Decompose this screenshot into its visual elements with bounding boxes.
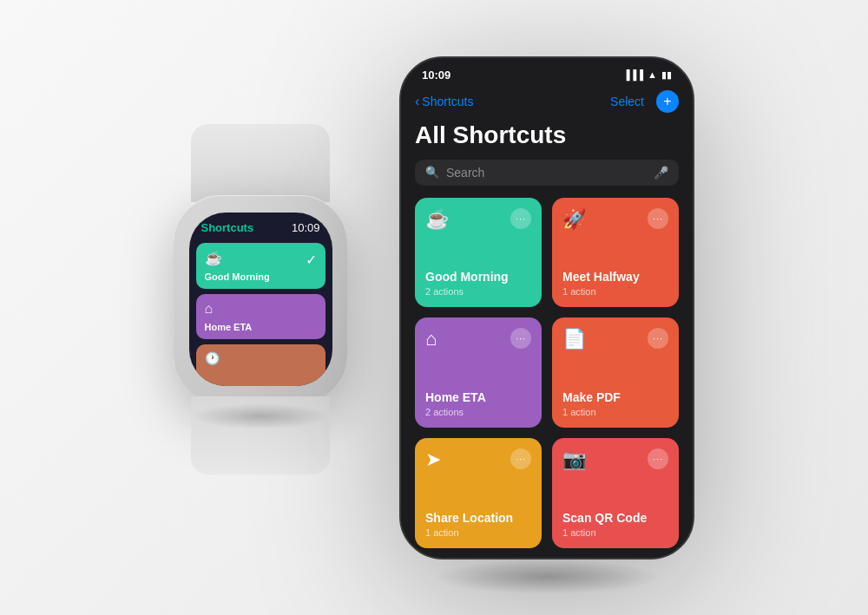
search-icon: 🔍 [425, 166, 439, 179]
card-bottom: Scan QR Code 1 action [562, 511, 668, 538]
card-top: 📷 ··· [562, 448, 668, 471]
shortcuts-grid: ☕ ··· Good Morning 2 actions 🚀 ··· [401, 198, 693, 548]
card-top: 🚀 ··· [562, 208, 668, 231]
card-top: ☕ ··· [425, 208, 531, 231]
apple-watch: Shortcuts 10:09 ☕ Good Morning ✓ [174, 195, 347, 403]
iphone-wrapper: 10:09 ▐▐▐ ▲ ▮▮ ‹ Shortcuts Select [399, 56, 694, 559]
shortcut-name-meet-halfway: Meet Halfway [562, 270, 668, 285]
card-top: 📄 ··· [562, 328, 668, 350]
shortcut-card-share-location[interactable]: ➤ ··· Share Location 1 action [415, 438, 542, 548]
card-top: ➤ ··· [425, 448, 531, 471]
nav-back-button[interactable]: ‹ Shortcuts [415, 94, 473, 109]
home-icon: ⌂ [205, 301, 253, 317]
coffee-card-icon: ☕ [425, 208, 449, 231]
camera-card-icon: 📷 [562, 448, 586, 471]
watch-list: ☕ Good Morning ✓ ⌂ Home ETA � [189, 239, 332, 386]
iphone-shadow [434, 559, 660, 594]
watch-time: 10:09 [292, 221, 320, 234]
card-more-button[interactable]: ··· [510, 448, 531, 469]
watch-item-label-eta: Home ETA [205, 322, 253, 332]
watch-item-good-morning[interactable]: ☕ Good Morning ✓ [196, 243, 326, 289]
shortcut-card-home-eta[interactable]: ⌂ ··· Home ETA 2 actions [415, 317, 542, 428]
card-bottom: Meet Halfway 1 action [562, 270, 668, 297]
pdf-card-icon: 📄 [562, 328, 586, 350]
shortcut-actions-home-eta: 2 actions [425, 407, 531, 417]
iphone-notch [490, 58, 603, 82]
wifi-icon: ▲ [648, 69, 657, 80]
watch-item-home-eta[interactable]: ⌂ Home ETA [196, 294, 326, 339]
shortcut-name-make-pdf: Make PDF [562, 390, 668, 405]
rocket-card-icon: 🚀 [562, 208, 586, 231]
status-time: 10:09 [422, 69, 450, 82]
watch-item-third[interactable]: 🕐 [196, 344, 326, 386]
shortcut-actions-scan-qr: 1 action [562, 527, 668, 538]
watch-shadow [191, 403, 330, 429]
watch-item-content: ☕ Good Morning [205, 250, 270, 282]
location-card-icon: ➤ [425, 448, 441, 471]
plus-icon: + [663, 94, 671, 109]
iphone: 10:09 ▐▐▐ ▲ ▮▮ ‹ Shortcuts Select [399, 56, 694, 559]
shortcut-card-make-pdf[interactable]: 📄 ··· Make PDF 1 action [552, 317, 679, 428]
status-icons: ▐▐▐ ▲ ▮▮ [623, 69, 672, 81]
watch-header: Shortcuts 10:09 [189, 213, 332, 239]
search-bar[interactable]: 🔍 Search 🎤 [415, 160, 679, 186]
card-more-button[interactable]: ··· [510, 208, 531, 229]
shortcut-actions-share-location: 1 action [425, 527, 531, 538]
nav-actions: Select + [610, 90, 679, 113]
card-bottom: Good Morning 2 actions [425, 270, 531, 297]
card-bottom: Home ETA 2 actions [425, 390, 531, 417]
coffee-icon: ☕ [205, 250, 270, 266]
shortcut-name-scan-qr: Scan QR Code [562, 511, 668, 526]
iphone-screen: ‹ Shortcuts Select + All Shortcuts 🔍 Sea… [401, 87, 693, 548]
scene: Shortcuts 10:09 ☕ Good Morning ✓ [0, 0, 868, 615]
watch-title: Shortcuts [201, 221, 254, 234]
microphone-icon: 🎤 [654, 166, 668, 180]
shortcut-name-share-location: Share Location [425, 511, 531, 526]
card-more-button[interactable]: ··· [510, 328, 531, 349]
nav-back-label: Shortcuts [422, 95, 473, 108]
watch-body: Shortcuts 10:09 ☕ Good Morning ✓ [174, 195, 347, 403]
card-top: ⌂ ··· [425, 328, 531, 350]
card-more-button[interactable]: ··· [648, 208, 668, 229]
shortcut-name-good-morning: Good Morning [425, 270, 531, 285]
chevron-left-icon: ‹ [415, 94, 419, 109]
card-bottom: Share Location 1 action [425, 511, 531, 538]
checkmark-icon: ✓ [306, 252, 317, 268]
card-more-button[interactable]: ··· [648, 328, 668, 349]
watch-screen: Shortcuts 10:09 ☕ Good Morning ✓ [189, 213, 332, 386]
clock-icon: 🕐 [205, 351, 220, 365]
battery-icon: ▮▮ [661, 69, 672, 81]
page-title: All Shortcuts [401, 121, 693, 160]
nav-bar: ‹ Shortcuts Select + [401, 87, 693, 121]
shortcut-card-scan-qr[interactable]: 📷 ··· Scan QR Code 1 action [552, 438, 679, 548]
shortcut-actions-make-pdf: 1 action [562, 407, 668, 417]
home-card-icon: ⌂ [425, 328, 437, 350]
card-more-button[interactable]: ··· [648, 448, 668, 469]
shortcut-name-home-eta: Home ETA [425, 390, 531, 405]
card-bottom: Make PDF 1 action [562, 390, 668, 417]
signal-icon: ▐▐▐ [623, 69, 643, 80]
shortcut-actions-good-morning: 2 actions [425, 286, 531, 297]
watch-band-top [191, 124, 330, 202]
shortcut-card-meet-halfway[interactable]: 🚀 ··· Meet Halfway 1 action [552, 198, 679, 308]
shortcut-actions-meet-halfway: 1 action [562, 286, 668, 297]
select-button[interactable]: Select [610, 95, 644, 108]
add-shortcut-button[interactable]: + [656, 90, 679, 113]
watch-item-content-eta: ⌂ Home ETA [205, 301, 253, 332]
search-placeholder: Search [446, 166, 647, 180]
shortcut-card-good-morning[interactable]: ☕ ··· Good Morning 2 actions [415, 198, 542, 308]
watch-item-label-good-morning: Good Morning [205, 272, 270, 282]
